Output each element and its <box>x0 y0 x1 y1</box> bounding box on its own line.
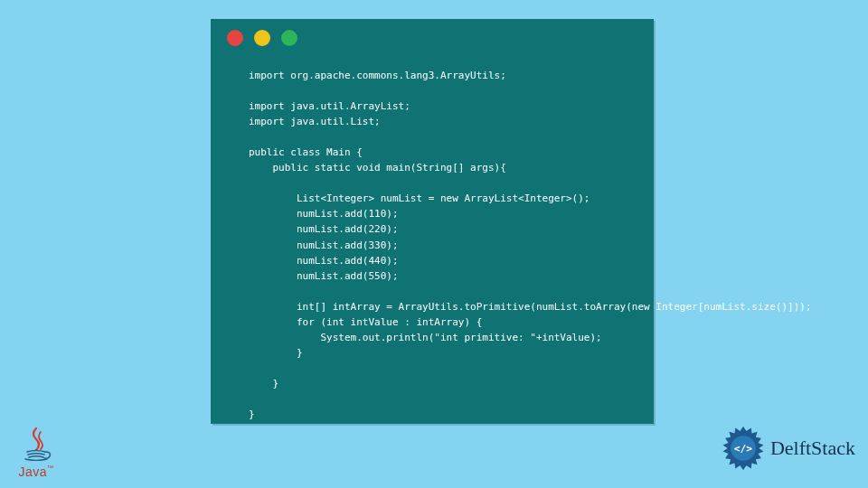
code-line: int[] intArray = ArrayUtils.toPrimitive(… <box>249 301 812 313</box>
svg-text:</>: </> <box>734 443 753 455</box>
code-line: } <box>249 347 303 359</box>
code-line: import java.util.List; <box>249 116 381 127</box>
code-line: public class Main { <box>249 146 363 158</box>
code-line: numList.add(330); <box>249 239 399 251</box>
code-line: numList.add(550); <box>249 270 399 282</box>
code-window: import org.apache.commons.lang3.ArrayUti… <box>211 19 654 424</box>
java-tm: ™ <box>47 465 54 471</box>
delftstack-label: DelftStack <box>770 436 855 460</box>
java-label-text: Java <box>18 465 47 479</box>
code-line: import java.util.ArrayList; <box>249 100 410 112</box>
java-cup-icon <box>18 427 54 461</box>
delftstack-logo: </> DelftStack <box>720 425 855 472</box>
code-line: numList.add(220); <box>249 223 399 235</box>
code-line: for (int intValue : intArray) { <box>249 316 482 328</box>
gear-icon: </> <box>720 425 767 472</box>
code-line: public static void main(String[] args){ <box>249 162 506 174</box>
maximize-icon[interactable] <box>281 30 297 46</box>
java-logo: Java™ <box>11 427 61 479</box>
window-titlebar <box>211 19 654 52</box>
close-icon[interactable] <box>227 30 243 46</box>
code-line: numList.add(110); <box>249 208 399 220</box>
code-line: System.out.println("int primitive: "+int… <box>249 332 602 343</box>
code-line: } <box>249 378 278 389</box>
java-label: Java™ <box>11 465 61 479</box>
minimize-icon[interactable] <box>254 30 270 46</box>
code-block: import org.apache.commons.lang3.ArrayUti… <box>211 52 654 431</box>
code-line: numList.add(440); <box>249 255 399 267</box>
code-line: List<Integer> numList = new ArrayList<In… <box>249 192 590 204</box>
code-line: } <box>249 408 255 420</box>
code-line: import org.apache.commons.lang3.ArrayUti… <box>249 70 506 81</box>
